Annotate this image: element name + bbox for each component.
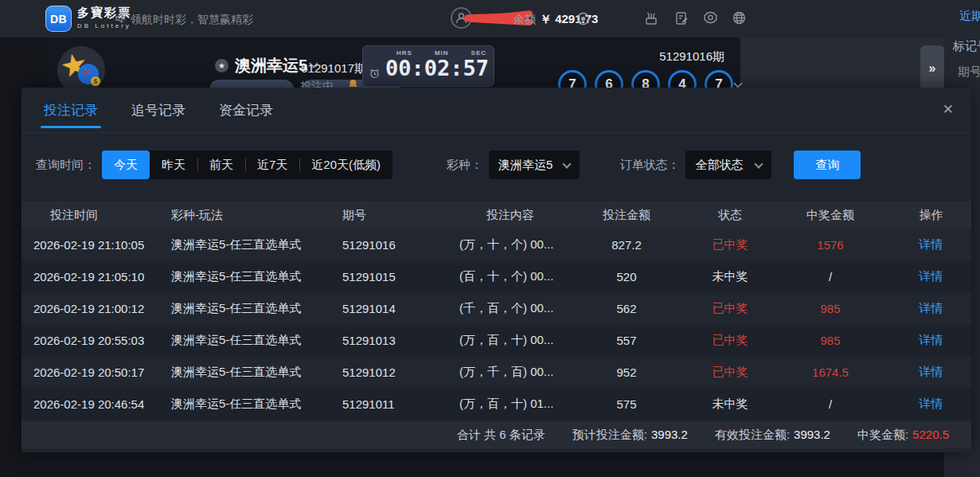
table-row: 2026-02-19 20:50:17澳洲幸运5-任三直选单式51291012(…: [21, 356, 971, 388]
cell-prize: /: [770, 270, 891, 283]
cell-status: 已中奖: [690, 333, 770, 348]
lottery-select[interactable]: 澳洲幸运5: [489, 151, 580, 179]
cell-status: 已中奖: [690, 237, 770, 252]
table-row: 2026-02-19 20:46:54澳洲幸运5-任三直选单式51291011(…: [21, 388, 971, 420]
record-count: 合计 共 6 条记录: [457, 428, 545, 443]
cell-issue: 51291011: [340, 397, 458, 411]
time-filter-group: 今天昨天前天近7天近20天(低频): [102, 151, 392, 179]
tab-3[interactable]: 资金记录: [219, 88, 273, 133]
column-header: 彩种-玩法: [169, 208, 340, 223]
alarm-clock-icon: [369, 68, 380, 79]
marquee-text: 领航时时彩，智慧赢精彩: [131, 13, 253, 27]
cell-status: 已中奖: [690, 301, 770, 316]
cell-bet-content: (万，千，百) 00...: [458, 365, 563, 380]
filter-bar: 查询时间： 今天昨天前天近7天近20天(低频) 彩种： 澳洲幸运5 订单状态： …: [21, 151, 971, 179]
order-status-label: 订单状态：: [619, 158, 679, 173]
issue-number-label: 期号: [958, 65, 980, 80]
close-icon[interactable]: ✕: [943, 101, 954, 118]
column-header: 中奖金额: [770, 208, 891, 223]
time-filter-option[interactable]: 昨天: [150, 151, 197, 179]
cell-prize: 985: [770, 334, 891, 347]
cell-bet-time: 2026-02-19 21:10:05: [21, 238, 169, 252]
cell-bet-content: (百，十，个) 00...: [458, 269, 563, 284]
countdown-panel: HRS MIN SEC 00:02:57: [362, 45, 494, 87]
table-row: 2026-02-19 21:10:05澳洲幸运5-任三直选单式51291016(…: [21, 229, 971, 260]
column-header: 状态: [690, 208, 770, 223]
cell-prize: 1674.5: [770, 366, 891, 379]
details-link[interactable]: 详情: [891, 397, 971, 412]
lottery-filter-label: 彩种：: [447, 158, 482, 173]
cell-bet-amount: 575: [563, 397, 690, 411]
edit-note-icon[interactable]: [674, 10, 689, 26]
cell-bet-time: 2026-02-19 20:55:03: [21, 334, 169, 347]
chevron-down-icon: [755, 159, 763, 168]
cell-bet-time: 2026-02-19 21:05:10: [21, 270, 169, 283]
expand-panel-button[interactable]: »: [920, 45, 944, 92]
column-header: 投注时间: [21, 208, 169, 223]
tab-1[interactable]: 投注记录: [44, 88, 98, 133]
cell-status: 已中奖: [690, 365, 770, 380]
summary-bar: 合计 共 6 条记录 预计投注金额:3993.2 有效投注金额:3993.2 中…: [21, 421, 971, 448]
eye-icon[interactable]: [576, 12, 590, 25]
table-header-row: 投注时间彩种-玩法期号投注内容投注金额状态中奖金额操作: [21, 201, 971, 229]
cell-bet-time: 2026-02-19 20:46:54: [21, 397, 169, 411]
cell-bet-amount: 557: [563, 334, 690, 347]
details-link[interactable]: 详情: [891, 301, 971, 316]
query-button[interactable]: 查询: [794, 151, 861, 179]
cell-status: 未中奖: [690, 397, 770, 412]
details-link[interactable]: 详情: [891, 237, 971, 252]
time-filter-option[interactable]: 近20天(低频): [299, 151, 392, 179]
column-header: 投注金额: [563, 208, 690, 223]
pen-holder-icon[interactable]: [643, 10, 659, 26]
globe-icon[interactable]: [732, 10, 747, 25]
expected-amount: 预计投注金额:3993.2: [572, 428, 688, 443]
table-row: 2026-02-19 20:55:03澳洲幸运5-任三直选单式51291013(…: [21, 324, 971, 356]
speaker-icon: [115, 12, 127, 25]
total-prize: 中奖金额:5220.5: [857, 428, 949, 443]
time-filter-label: 查询时间：: [36, 158, 96, 173]
coin-icon: $: [91, 76, 100, 86]
cell-play-type: 澳洲幸运5-任三直选单式: [169, 301, 340, 316]
cell-play-type: 澳洲幸运5-任三直选单式: [169, 397, 340, 412]
cell-bet-time: 2026-02-19 20:50:17: [21, 366, 169, 379]
balance-label: 余额: [513, 13, 536, 27]
table-row: 2026-02-19 21:00:12澳洲幸运5-任三直选单式51291014(…: [21, 292, 971, 324]
column-header: 操作: [891, 208, 971, 223]
cell-prize: /: [770, 397, 891, 411]
modal-tabs: 投注记录追号记录资金记录✕: [21, 88, 971, 133]
gear-icon[interactable]: [703, 10, 718, 25]
db-logo[interactable]: DB: [45, 6, 72, 32]
cell-bet-content: (万，十，个) 00...: [458, 237, 563, 252]
cell-play-type: 澳洲幸运5-任三直选单式: [169, 365, 340, 380]
details-link[interactable]: 详情: [891, 269, 971, 284]
cell-issue: 51291016: [340, 238, 458, 252]
order-status-value: 全部状态: [695, 158, 743, 173]
details-link[interactable]: 详情: [891, 365, 971, 380]
valid-amount: 有效投注金额:3993.2: [715, 428, 830, 443]
cell-bet-amount: 562: [563, 302, 690, 315]
order-status-select[interactable]: 全部状态: [685, 151, 771, 179]
betting-records-modal: 投注记录追号记录资金记录✕ 查询时间： 今天昨天前天近7天近20天(低频) 彩种…: [21, 88, 971, 452]
cell-prize: 1576: [770, 238, 891, 252]
cell-play-type: 澳洲幸运5-任三直选单式: [169, 269, 340, 284]
cell-bet-amount: 520: [563, 270, 690, 283]
column-header: 期号: [340, 208, 458, 223]
chevron-down-icon: [563, 159, 572, 168]
cell-play-type: 澳洲幸运5-任三直选单式: [169, 333, 340, 348]
mark-number-label: 标记号: [953, 39, 980, 54]
cell-issue: 51291014: [340, 302, 458, 315]
cell-bet-amount: 827.2: [563, 238, 690, 252]
time-filter-option[interactable]: 近7天: [245, 151, 299, 179]
time-filter-option[interactable]: 前天: [197, 151, 245, 179]
cell-play-type: 澳洲幸运5-任三直选单式: [169, 237, 340, 252]
tab-2[interactable]: 追号记录: [131, 88, 185, 133]
game-badge-icon: ★: [215, 59, 228, 72]
cell-issue: 51291012: [340, 366, 458, 379]
cell-status: 未中奖: [690, 269, 770, 284]
recent-draws-link[interactable]: 近期: [959, 9, 980, 24]
table-row: 2026-02-19 21:05:10澳洲幸运5-任三直选单式51291015(…: [21, 260, 971, 292]
table-body: 2026-02-19 21:10:05澳洲幸运5-任三直选单式51291016(…: [21, 229, 971, 420]
details-link[interactable]: 详情: [891, 333, 971, 348]
top-header: DB 多寶彩票 DB Lottery 领航时时彩，智慧赢精彩 余额 ￥ 4291…: [0, 0, 980, 37]
time-filter-option[interactable]: 今天: [102, 151, 150, 179]
